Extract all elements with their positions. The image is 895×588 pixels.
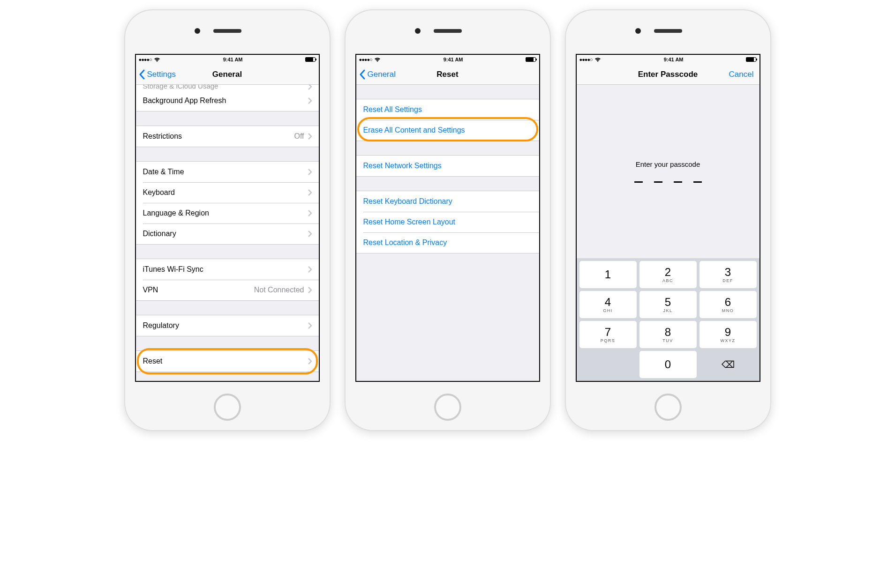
passcode-prompt: Enter your passcode bbox=[636, 160, 700, 168]
row-reset-keyboard-dict[interactable]: Reset Keyboard Dictionary bbox=[356, 191, 539, 212]
keypad-4[interactable]: 4GHI bbox=[579, 291, 637, 318]
back-label: Settings bbox=[147, 70, 176, 79]
row-background-app-refresh[interactable]: Background App Refresh bbox=[136, 90, 319, 111]
row-erase-all-content[interactable]: Erase All Content and Settings bbox=[356, 120, 539, 141]
status-bar: ●●●●○ 9:41 AM bbox=[136, 55, 319, 64]
keypad-0[interactable]: 0 bbox=[639, 351, 697, 378]
keypad-7[interactable]: 7PQRS bbox=[579, 321, 637, 348]
chevron-right-icon bbox=[308, 133, 312, 140]
chevron-right-icon bbox=[308, 97, 312, 104]
passcode-body: Enter your passcode bbox=[577, 85, 760, 258]
chevron-right-icon bbox=[308, 169, 312, 175]
status-bar: ●●●●○ 9:41 AM bbox=[356, 55, 539, 64]
passcode-dashes bbox=[634, 181, 702, 183]
keypad-3[interactable]: 3DEF bbox=[699, 261, 757, 288]
row-reset-all-settings[interactable]: Reset All Settings bbox=[356, 99, 539, 120]
row-keyboard[interactable]: Keyboard bbox=[136, 182, 319, 203]
wifi-icon bbox=[374, 57, 381, 62]
chevron-left-icon bbox=[359, 69, 366, 80]
back-label: General bbox=[368, 70, 396, 79]
chevron-right-icon bbox=[308, 322, 312, 329]
row-storage-icloud[interactable]: Storage & iCloud Usage bbox=[136, 85, 319, 90]
row-vpn[interactable]: VPN Not Connected bbox=[136, 280, 319, 300]
home-button[interactable] bbox=[654, 394, 682, 421]
phone-passcode: ●●●●○ 9:41 AM Enter Passcode Cancel Ente… bbox=[565, 9, 771, 431]
home-button[interactable] bbox=[214, 394, 241, 421]
nav-title: Reset bbox=[436, 70, 458, 79]
keypad-5[interactable]: 5JKL bbox=[639, 291, 697, 318]
battery-icon bbox=[746, 57, 756, 62]
row-reset-network[interactable]: Reset Network Settings bbox=[356, 156, 539, 176]
nav-bar: General Reset bbox=[356, 64, 539, 85]
nav-title: Enter Passcode bbox=[638, 70, 698, 79]
reset-list[interactable]: Reset All Settings Erase All Content and… bbox=[356, 85, 539, 381]
back-button[interactable]: General bbox=[356, 69, 396, 80]
row-date-time[interactable]: Date & Time bbox=[136, 162, 319, 182]
numeric-keypad: 1 2ABC 3DEF 4GHI 5JKL 6MNO 7PQRS 8TUV 9W… bbox=[577, 258, 760, 381]
settings-list[interactable]: Storage & iCloud Usage Background App Re… bbox=[136, 85, 319, 381]
chevron-right-icon bbox=[308, 210, 312, 216]
nav-bar: Settings General bbox=[136, 64, 319, 85]
chevron-right-icon bbox=[308, 85, 312, 90]
row-itunes-wifi-sync[interactable]: iTunes Wi-Fi Sync bbox=[136, 259, 319, 280]
signal-dots-icon: ●●●●○ bbox=[139, 57, 152, 62]
phone-reset: ●●●●○ 9:41 AM General Reset Reset bbox=[345, 9, 551, 431]
chevron-left-icon bbox=[139, 69, 145, 80]
row-reset-home-layout[interactable]: Reset Home Screen Layout bbox=[356, 212, 539, 232]
keypad-empty bbox=[579, 351, 637, 378]
keypad-9[interactable]: 9WXYZ bbox=[699, 321, 757, 348]
delete-icon: ⌫ bbox=[722, 359, 735, 370]
row-reset-location-privacy[interactable]: Reset Location & Privacy bbox=[356, 232, 539, 253]
phone-general: ●●●●○ 9:41 AM Settings General Storage &… bbox=[124, 9, 331, 431]
row-regulatory[interactable]: Regulatory bbox=[136, 315, 319, 336]
nav-title: General bbox=[212, 70, 242, 79]
chevron-right-icon bbox=[308, 287, 312, 293]
keypad-6[interactable]: 6MNO bbox=[699, 291, 757, 318]
wifi-icon bbox=[154, 57, 160, 62]
keypad-2[interactable]: 2ABC bbox=[639, 261, 697, 288]
status-bar: ●●●●○ 9:41 AM bbox=[577, 55, 760, 64]
passcode-digit bbox=[693, 181, 702, 183]
chevron-right-icon bbox=[308, 231, 312, 237]
passcode-digit bbox=[634, 181, 643, 183]
status-time: 9:41 AM bbox=[444, 57, 463, 62]
signal-dots-icon: ●●●●○ bbox=[579, 57, 593, 62]
signal-dots-icon: ●●●●○ bbox=[359, 57, 372, 62]
row-dictionary[interactable]: Dictionary bbox=[136, 223, 319, 244]
chevron-right-icon bbox=[308, 189, 312, 196]
home-button[interactable] bbox=[434, 394, 461, 421]
status-time: 9:41 AM bbox=[664, 57, 684, 62]
keypad-8[interactable]: 8TUV bbox=[639, 321, 697, 348]
keypad-delete[interactable]: ⌫ bbox=[699, 351, 757, 378]
wifi-icon bbox=[594, 57, 601, 62]
row-language-region[interactable]: Language & Region bbox=[136, 203, 319, 223]
back-button[interactable]: Settings bbox=[136, 69, 176, 80]
nav-bar: Enter Passcode Cancel bbox=[577, 64, 760, 85]
chevron-right-icon bbox=[308, 266, 312, 273]
battery-icon bbox=[305, 57, 316, 62]
passcode-digit bbox=[674, 181, 682, 183]
battery-icon bbox=[526, 57, 536, 62]
keypad-1[interactable]: 1 bbox=[579, 261, 637, 288]
passcode-digit bbox=[654, 181, 662, 183]
row-reset[interactable]: Reset bbox=[136, 351, 319, 372]
status-time: 9:41 AM bbox=[223, 57, 243, 62]
row-restrictions[interactable]: Restrictions Off bbox=[136, 126, 319, 147]
cancel-button[interactable]: Cancel bbox=[729, 70, 760, 79]
chevron-right-icon bbox=[308, 358, 312, 365]
